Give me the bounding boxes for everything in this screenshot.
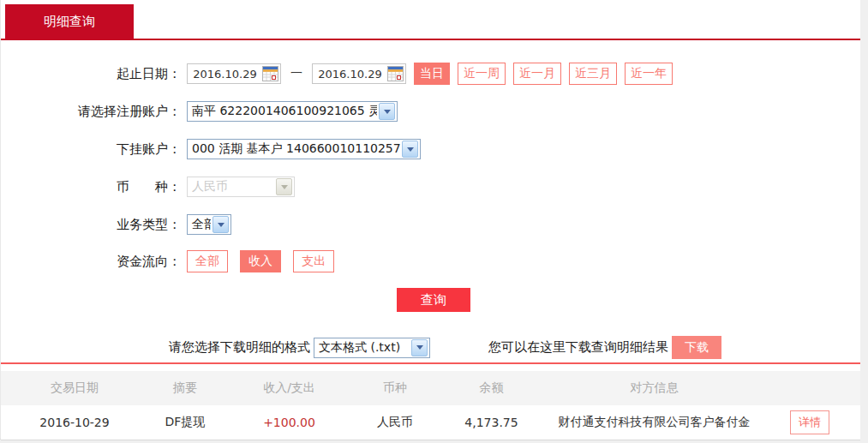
download-format-value: 文本格式 (.txt) [314, 340, 410, 356]
currency-label: 币 种： [1, 179, 181, 195]
quick-week-button[interactable]: 近一周 [458, 63, 506, 85]
sub-account-value: 000 活期 基本户 1406600101102571848 [188, 141, 400, 157]
register-account-row: 请选择注册账户： 南平 6222001406100921065 灵通卡 [1, 101, 860, 122]
table-row: 2016-10-29 DF提现 +100.00 人民币 4,173.75 财付通… [1, 405, 860, 440]
chevron-down-icon [276, 178, 292, 195]
sub-account-label: 下挂账户： [1, 141, 181, 158]
tab-underline [1, 39, 860, 40]
start-date-value: 2016.10.29 [188, 68, 262, 81]
download-hint: 您可以在这里下载查询明细结果 [488, 339, 668, 356]
query-button[interactable]: 查询 [397, 288, 470, 312]
quick-month-button[interactable]: 近一月 [513, 63, 561, 85]
cell-date: 2016-10-29 [1, 416, 148, 429]
chevron-down-icon[interactable] [411, 339, 428, 356]
date-range-row: 起止日期： 2016.10.29 一 2016.10.29 [1, 63, 860, 85]
table-top-divider [1, 362, 860, 364]
start-date-input[interactable]: 2016.10.29 [187, 63, 281, 84]
quick-year-button[interactable]: 近一年 [625, 63, 673, 85]
detail-button[interactable]: 详情 [790, 410, 829, 434]
quick-quarter-button[interactable]: 近三月 [569, 63, 617, 85]
end-date-value: 2016.10.29 [313, 68, 387, 81]
chevron-down-icon[interactable] [379, 103, 395, 120]
cell-summary: DF提现 [148, 415, 222, 430]
fund-flow-options: 全部 收入 支出 [187, 250, 334, 272]
quick-today-button[interactable]: 当日 [414, 63, 450, 85]
register-account-label: 请选择注册账户： [1, 104, 181, 120]
cell-currency: 人民币 [356, 415, 434, 430]
currency-row: 币 种： 人民币 [1, 177, 860, 197]
download-row: 请您选择下载明细的格式 文本格式 (.txt) 您可以在这里下载查询明细结果 下… [169, 336, 721, 359]
fund-flow-row: 资金流向： 全部 收入 支出 [1, 250, 860, 272]
calendar-icon[interactable] [387, 66, 404, 81]
header-amount: 收入/支出 [222, 380, 356, 396]
header-counterparty: 对方信息 [549, 380, 759, 396]
cell-counterparty: 财付通支付科技有限公司客户备付金 [549, 415, 759, 430]
chevron-down-icon[interactable] [402, 141, 418, 158]
download-format-select[interactable]: 文本格式 (.txt) [314, 338, 430, 358]
end-date-input[interactable]: 2016.10.29 [312, 63, 406, 84]
register-account-value: 南平 6222001406100921065 灵通卡 [188, 104, 377, 119]
date-range-label: 起止日期： [1, 66, 181, 82]
table-header-row: 交易日期 摘要 收入/支出 币种 余额 对方信息 [1, 371, 860, 405]
download-format-label: 请您选择下载明细的格式 [169, 339, 310, 356]
download-button[interactable]: 下载 [672, 336, 721, 359]
business-type-select[interactable]: 全部 [187, 214, 231, 235]
tab-detail-query[interactable]: 明细查询 [5, 4, 134, 39]
fund-flow-income-button[interactable]: 收入 [240, 250, 281, 272]
register-account-select[interactable]: 南平 6222001406100921065 灵通卡 [187, 101, 398, 122]
header-date: 交易日期 [1, 380, 148, 396]
header-summary: 摘要 [148, 380, 222, 396]
fund-flow-label: 资金流向： [1, 254, 181, 270]
date-separator: 一 [290, 66, 302, 81]
cell-amount: +100.00 [222, 416, 356, 429]
currency-value: 人民币 [188, 179, 274, 195]
detail-query-page: 明细查询 起止日期： 2016.10.29 一 [0, 0, 860, 440]
business-type-label: 业务类型： [1, 217, 181, 233]
cell-actions: 详情 [759, 410, 860, 434]
chevron-down-icon[interactable] [213, 216, 229, 233]
header-currency: 币种 [356, 380, 434, 396]
cell-balance: 4,173.75 [434, 416, 549, 429]
fund-flow-all-button[interactable]: 全部 [187, 250, 228, 272]
calendar-icon[interactable] [262, 66, 278, 81]
sub-account-row: 下挂账户： 000 活期 基本户 1406600101102571848 [1, 139, 860, 159]
header-balance: 余额 [434, 380, 549, 396]
fund-flow-expense-button[interactable]: 支出 [293, 250, 334, 272]
business-type-value: 全部 [188, 217, 211, 232]
sub-account-select[interactable]: 000 活期 基本户 1406600101102571848 [187, 139, 421, 159]
business-type-row: 业务类型： 全部 [1, 214, 860, 235]
currency-select: 人民币 [187, 177, 295, 197]
